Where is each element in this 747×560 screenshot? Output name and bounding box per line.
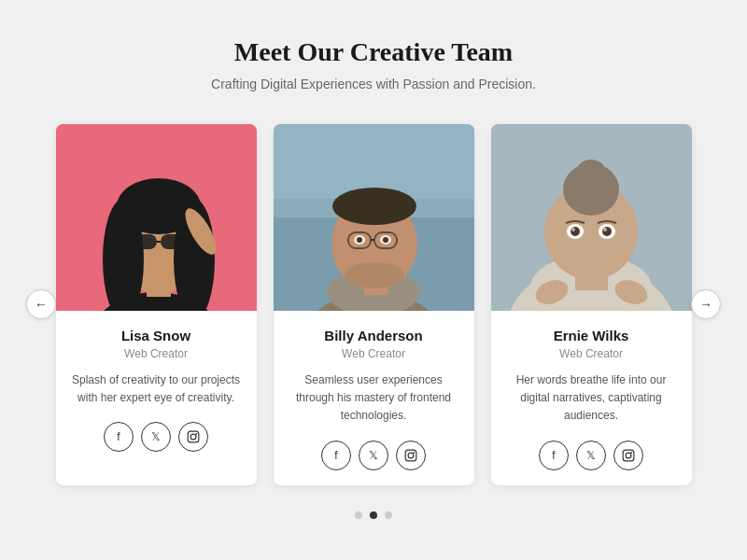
svg-rect-11	[188, 432, 199, 443]
svg-point-32	[413, 451, 415, 453]
social-icons-lisa: f 𝕏	[104, 422, 208, 452]
card-name-lisa: Lisa Snow	[121, 328, 190, 343]
dot-2[interactable]	[370, 511, 377, 519]
card-name-ernie: Ernie Wilks	[554, 328, 629, 343]
cards-container: Lisa Snow Web Creator Splash of creativi…	[19, 124, 728, 485]
svg-rect-30	[405, 450, 416, 461]
card-desc-lisa: Splash of creativity to our projects wit…	[71, 371, 242, 407]
section-subtitle: Crafting Digital Experiences with Passio…	[211, 77, 536, 91]
instagram-btn-ernie[interactable]	[613, 441, 643, 470]
card-lisa: Lisa Snow Web Creator Splash of creativi…	[56, 124, 257, 485]
card-ernie: Ernie Wilks Web Creator Her words breath…	[491, 124, 692, 485]
card-body-ernie: Ernie Wilks Web Creator Her words breath…	[491, 311, 692, 485]
svg-point-48	[603, 228, 607, 231]
twitter-btn-billy[interactable]: 𝕏	[359, 441, 388, 470]
facebook-btn-billy[interactable]: f	[321, 441, 351, 470]
facebook-btn-lisa[interactable]: f	[104, 422, 134, 452]
social-icons-ernie: f 𝕏	[539, 441, 643, 470]
card-role-billy: Web Creator	[342, 347, 405, 360]
photo-ernie	[491, 124, 692, 311]
social-icons-billy: f 𝕏	[321, 441, 426, 470]
svg-rect-7	[133, 234, 157, 249]
svg-rect-16	[274, 124, 474, 199]
dot-1[interactable]	[355, 511, 362, 519]
twitter-btn-lisa[interactable]: 𝕏	[141, 422, 171, 452]
team-section: Meet Our Creative Team Crafting Digital …	[0, 0, 747, 560]
svg-point-31	[408, 453, 414, 458]
card-desc-ernie: Her words breathe life into our digital …	[506, 371, 677, 426]
svg-point-51	[630, 451, 632, 453]
card-billy: Billy Anderson Web Creator Seamless user…	[274, 124, 474, 485]
dot-3[interactable]	[385, 511, 392, 519]
card-desc-billy: Seamless user experiences through his ma…	[289, 371, 459, 426]
svg-point-29	[383, 237, 388, 243]
card-body-lisa: Lisa Snow Web Creator Splash of creativi…	[56, 311, 257, 467]
photo-lisa	[56, 124, 257, 311]
card-name-billy: Billy Anderson	[324, 328, 422, 343]
card-role-lisa: Web Creator	[124, 347, 188, 360]
facebook-btn-ernie[interactable]: f	[539, 441, 569, 470]
section-title: Meet Our Creative Team	[234, 37, 513, 67]
svg-rect-49	[623, 450, 634, 461]
instagram-btn-lisa[interactable]	[178, 422, 208, 452]
svg-point-47	[571, 228, 575, 231]
svg-point-12	[190, 434, 196, 440]
instagram-btn-billy[interactable]	[396, 441, 426, 470]
svg-point-22	[345, 262, 404, 288]
card-role-ernie: Web Creator	[559, 347, 623, 360]
svg-point-28	[357, 237, 362, 243]
card-body-billy: Billy Anderson Web Creator Seamless user…	[274, 311, 474, 485]
svg-point-50	[626, 453, 631, 458]
svg-rect-8	[161, 234, 185, 249]
carousel-dots	[355, 511, 392, 519]
svg-point-21	[332, 188, 416, 225]
svg-point-13	[195, 433, 197, 435]
svg-point-42	[576, 160, 606, 186]
svg-point-46	[602, 227, 612, 236]
svg-point-45	[571, 227, 580, 236]
twitter-btn-ernie[interactable]: 𝕏	[576, 441, 606, 470]
photo-billy	[274, 124, 474, 311]
carousel-wrapper: ←	[19, 124, 728, 485]
